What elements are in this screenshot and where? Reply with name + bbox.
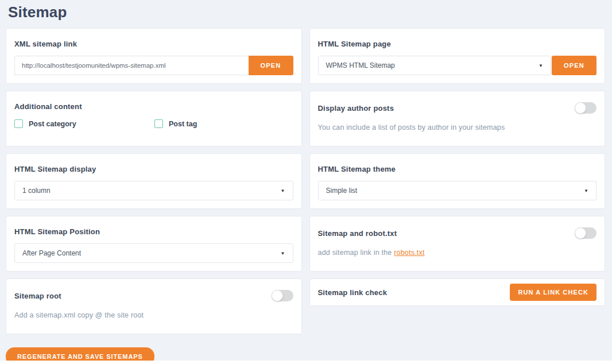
sitemap-root-description: Add a sitemap.xml copy @ the site root xyxy=(14,311,293,319)
sitemap-robot-toggle[interactable] xyxy=(575,227,596,239)
html-sitemap-display-label: HTML Sitemap display xyxy=(14,165,293,173)
html-sitemap-display-selected-value: 1 column xyxy=(22,187,51,195)
xml-sitemap-link-field-row: OPEN xyxy=(14,56,293,75)
sitemap-robot-header: Sitemap and robot.txt xyxy=(318,227,597,239)
html-sitemap-position-select[interactable]: After Page Content ▼ xyxy=(14,243,293,263)
xml-sitemap-link-label: XML sitemap link xyxy=(14,40,293,48)
dropdown-arrow-icon: ▼ xyxy=(539,63,543,68)
page-title: Sitemap xyxy=(8,3,612,21)
settings-grid: XML sitemap link OPEN HTML Sitemap page … xyxy=(0,28,612,334)
toggle-knob xyxy=(575,102,586,114)
post-category-checkbox[interactable] xyxy=(14,119,23,128)
card-sitemap-robot-txt: Sitemap and robot.txt add sitemap link i… xyxy=(309,216,606,272)
regenerate-save-sitemaps-button[interactable]: REGENERATE AND SAVE SITEMAPS xyxy=(6,347,154,361)
post-tag-option: Post tag xyxy=(154,119,197,128)
xml-sitemap-url-input[interactable] xyxy=(14,56,249,75)
robots-txt-link[interactable]: robots.txt xyxy=(394,249,424,257)
html-sitemap-theme-selected-value: Simple list xyxy=(326,187,358,195)
card-html-sitemap-theme: HTML Sitemap theme Simple list ▼ xyxy=(309,153,606,209)
card-sitemap-link-check: Sitemap link check RUN A LINK CHECK xyxy=(309,278,606,306)
open-html-sitemap-button[interactable]: OPEN xyxy=(552,56,596,75)
html-sitemap-position-label: HTML Sitemap Position xyxy=(14,227,293,236)
card-html-sitemap-display: HTML Sitemap display 1 column ▼ xyxy=(6,153,302,209)
post-category-label[interactable]: Post category xyxy=(29,120,76,128)
toggle-knob xyxy=(272,290,283,301)
card-xml-sitemap-link: XML sitemap link OPEN xyxy=(6,28,302,84)
html-sitemap-display-field-row: 1 column ▼ xyxy=(14,181,293,200)
dropdown-arrow-icon: ▼ xyxy=(281,251,285,256)
html-sitemap-page-selected-value: WPMS HTML Sitemap xyxy=(326,61,395,69)
dropdown-arrow-icon: ▼ xyxy=(584,188,588,193)
additional-content-options: Post category Post tag xyxy=(14,119,293,128)
html-sitemap-theme-field-row: Simple list ▼ xyxy=(318,181,597,200)
html-sitemap-display-select[interactable]: 1 column ▼ xyxy=(14,181,293,200)
post-tag-label[interactable]: Post tag xyxy=(169,120,197,128)
dropdown-arrow-icon: ▼ xyxy=(281,188,285,193)
sitemap-robot-label: Sitemap and robot.txt xyxy=(318,229,397,238)
toggle-knob xyxy=(575,227,586,239)
sitemap-robot-description-text: add sitemap link in the xyxy=(318,249,394,257)
card-html-sitemap-page: HTML Sitemap page WPMS HTML Sitemap ▼ OP… xyxy=(309,28,606,84)
card-additional-content: Additional content Post category Post ta… xyxy=(6,91,302,146)
html-sitemap-position-selected-value: After Page Content xyxy=(22,249,81,257)
display-author-posts-description: You can include a list of posts by autho… xyxy=(318,123,597,131)
sitemap-robot-description: add sitemap link in the robots.txt xyxy=(318,249,597,257)
open-xml-sitemap-button[interactable]: OPEN xyxy=(249,56,293,75)
sitemap-root-label: Sitemap root xyxy=(14,292,61,300)
sitemap-root-header: Sitemap root xyxy=(14,290,293,301)
sitemap-root-toggle[interactable] xyxy=(272,290,293,301)
html-sitemap-page-select[interactable]: WPMS HTML Sitemap ▼ xyxy=(318,56,552,75)
post-tag-checkbox[interactable] xyxy=(154,119,163,128)
sitemap-settings-page: Sitemap XML sitemap link OPEN HTML Sitem… xyxy=(0,0,612,361)
display-author-posts-header: Display author posts xyxy=(318,102,597,114)
run-link-check-button[interactable]: RUN A LINK CHECK xyxy=(510,284,596,301)
html-sitemap-page-field-row: WPMS HTML Sitemap ▼ OPEN xyxy=(318,56,597,75)
sitemap-link-check-label: Sitemap link check xyxy=(318,288,388,297)
footer-actions: REGENERATE AND SAVE SITEMAPS xyxy=(6,347,612,361)
additional-content-label: Additional content xyxy=(14,102,293,111)
display-author-posts-toggle[interactable] xyxy=(575,102,596,114)
card-display-author-posts: Display author posts You can include a l… xyxy=(309,91,606,146)
card-sitemap-root: Sitemap root Add a sitemap.xml copy @ th… xyxy=(6,278,302,334)
card-html-sitemap-position: HTML Sitemap Position After Page Content… xyxy=(6,216,302,272)
html-sitemap-page-label: HTML Sitemap page xyxy=(318,40,597,48)
display-author-posts-label: Display author posts xyxy=(318,104,394,113)
post-category-option: Post category xyxy=(14,119,154,128)
html-sitemap-theme-select[interactable]: Simple list ▼ xyxy=(318,181,597,200)
html-sitemap-theme-label: HTML Sitemap theme xyxy=(318,165,597,173)
html-sitemap-position-field-row: After Page Content ▼ xyxy=(14,243,293,263)
